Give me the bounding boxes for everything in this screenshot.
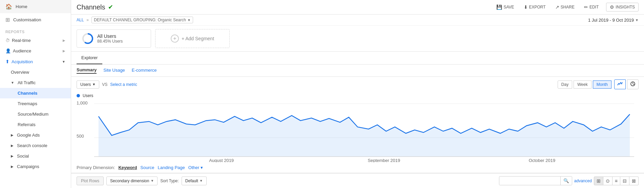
sidebar-item-home[interactable]: 🏠 Home <box>0 0 71 13</box>
svg-text:1,000: 1,000 <box>77 100 87 105</box>
edit-button[interactable]: ✏ EDIT <box>582 3 601 11</box>
topbar-actions: 💾 SAVE ⬇ EXPORT ↗ SHARE ✏ EDIT ⚙ INSIGHT… <box>494 3 639 11</box>
sidebar-item-acquisition[interactable]: ⬆ Acquisition ▼ <box>0 56 71 67</box>
sidebar-item-channels[interactable]: Channels <box>0 88 71 98</box>
primary-dim-label: Primary Dimension: <box>77 165 115 170</box>
search-button[interactable]: 🔍 <box>560 177 572 185</box>
edit-icon: ✏ <box>584 4 588 10</box>
svg-text:500: 500 <box>77 134 84 139</box>
channel-dropdown[interactable]: DEFAULT CHANNEL GROUPING: Organic Search… <box>91 17 193 23</box>
line-chart-button[interactable] <box>614 79 626 89</box>
sort-type-label: Sort Type: <box>160 179 179 183</box>
tab-explorer[interactable]: Explorer <box>77 52 102 64</box>
insights-label: INSIGHTS <box>616 5 635 9</box>
segment-info: All Users 88.45% Users <box>97 33 123 44</box>
grid-icon: ⊞ <box>5 17 10 23</box>
dim-other[interactable]: Other ▾ <box>188 165 203 170</box>
sidebar-item-referrals[interactable]: Referrals <box>0 119 71 130</box>
page-title: Channels ✔ <box>77 3 113 11</box>
pie-chart-button[interactable] <box>627 79 639 89</box>
pivot-view-button[interactable]: ⊟ <box>620 177 629 185</box>
view-buttons: ⊞ ⊙ ≡ ⊟ ⊠ <box>594 177 639 185</box>
edit-label: EDIT <box>589 5 599 9</box>
sidebar-item-realtime[interactable]: ⏱ Real-time ▶ <box>0 35 71 46</box>
all-users-segment[interactable]: All Users 88.45% Users <box>77 29 151 48</box>
advanced-link[interactable]: advanced <box>574 179 592 183</box>
chevron-right-icon-sc: ▶ <box>11 144 14 147</box>
export-icon: ⬇ <box>524 4 528 10</box>
secondary-dimension-dropdown[interactable]: Secondary dimension ▼ <box>106 177 158 185</box>
svg-line-4 <box>633 84 635 85</box>
date-range-arrow-icon: ▼ <box>635 18 639 22</box>
sidebar-item-customisation[interactable]: ⊞ Customisation <box>0 13 71 26</box>
sidebar-item-search-console[interactable]: ▶ Search console <box>0 140 71 151</box>
save-button[interactable]: 💾 SAVE <box>494 3 516 11</box>
chart-legend: Users <box>77 92 639 99</box>
treemaps-label: Treemaps <box>18 101 37 106</box>
chevron-down-icon-acq: ▼ <box>62 60 65 64</box>
dim-keyword[interactable]: Keyword <box>118 165 137 170</box>
sidebar-item-google-ads[interactable]: ▶ Google Ads <box>0 130 71 140</box>
sidebar-item-overview[interactable]: Overview <box>0 67 71 77</box>
legend-dot <box>77 94 80 97</box>
dim-source[interactable]: Source <box>140 165 154 170</box>
chevron-right-icon-camp: ▶ <box>11 165 14 168</box>
add-segment-button[interactable]: + + Add Segment <box>155 29 230 48</box>
plot-rows-button[interactable]: Plot Rows <box>77 177 104 185</box>
breadcrumb: ALL » DEFAULT CHANNEL GROUPING: Organic … <box>77 17 193 23</box>
sidebar-item-audience[interactable]: 👤 Audience ▶ <box>0 46 71 56</box>
tab-site-usage[interactable]: Site Usage <box>103 68 125 73</box>
sidebar-item-social[interactable]: ▶ Social <box>0 151 71 161</box>
month-button[interactable]: Month <box>593 80 611 89</box>
sort-dropdown[interactable]: Default ▼ <box>182 177 207 185</box>
sidebar-item-campaigns[interactable]: ▶ Campaigns <box>0 161 71 172</box>
segment-name: All Users <box>97 33 123 39</box>
tab-ecommerce[interactable]: E-commerce <box>132 68 157 73</box>
export-button[interactable]: ⬇ EXPORT <box>522 3 548 11</box>
campaigns-label: Campaigns <box>17 164 39 169</box>
save-icon: 💾 <box>496 4 502 10</box>
search-input[interactable] <box>499 177 560 185</box>
pie-view-button[interactable]: ⊙ <box>603 177 612 185</box>
add-segment-label: + Add Segment <box>182 36 214 41</box>
breadcrumb-bar: ALL » DEFAULT CHANNEL GROUPING: Organic … <box>71 15 644 26</box>
bar-view-button[interactable]: ≡ <box>612 177 620 185</box>
home-icon: 🏠 <box>5 3 12 10</box>
segment-donut-chart <box>82 32 94 45</box>
realtime-label: Real-time <box>12 38 61 43</box>
main-content: Channels ✔ 💾 SAVE ⬇ EXPORT ↗ SHARE ✏ EDI… <box>71 0 644 188</box>
dim-landing-page[interactable]: Landing Page <box>158 165 185 170</box>
bottom-right-controls: 🔍 advanced ⊞ ⊙ ≡ ⊟ ⊠ <box>499 176 639 185</box>
select-metric-link[interactable]: Select a metric <box>110 82 137 87</box>
date-range-picker[interactable]: 1 Jul 2019 - 9 Oct 2019 ▼ <box>588 18 639 23</box>
channels-label: Channels <box>18 91 38 96</box>
metric-dropdown[interactable]: Users ▼ <box>77 80 99 89</box>
chevron-right-icon-social: ▶ <box>11 154 14 158</box>
sidebar-item-source-medium[interactable]: Source/Medium <box>0 109 71 119</box>
table-view-button[interactable]: ⊞ <box>594 177 603 185</box>
sidebar-item-all-traffic[interactable]: ▼ All Traffic <box>0 77 71 88</box>
date-range-text: 1 Jul 2019 - 9 Oct 2019 <box>588 18 634 23</box>
line-chart-svg: 1,000 500 August 2019 September 2019 Oct… <box>77 99 639 162</box>
sort-arrow-icon: ▼ <box>200 179 203 183</box>
week-button[interactable]: Week <box>574 80 591 89</box>
share-button[interactable]: ↗ SHARE <box>553 3 577 11</box>
all-traffic-label: All Traffic <box>18 80 36 85</box>
tab-summary[interactable]: Summary <box>77 67 97 74</box>
insights-button[interactable]: ⚙ INSIGHTS <box>606 3 639 11</box>
breadcrumb-all-link[interactable]: ALL <box>77 18 84 22</box>
search-console-label: Search console <box>17 143 47 148</box>
sidebar-item-treemaps[interactable]: Treemaps <box>0 98 71 109</box>
extra-view-button[interactable]: ⊠ <box>629 177 639 185</box>
google-ads-label: Google Ads <box>17 133 40 138</box>
vs-label: VS <box>102 82 107 87</box>
chart-left-controls: Users ▼ VS Select a metric <box>77 80 137 89</box>
clock-icon: ⏱ <box>5 38 10 43</box>
svg-text:August 2019: August 2019 <box>209 158 234 162</box>
day-button[interactable]: Day <box>558 80 572 89</box>
add-circle-icon: + <box>171 34 179 43</box>
insights-icon: ⚙ <box>610 4 614 10</box>
legend-label: Users <box>83 93 93 98</box>
referrals-label: Referrals <box>18 122 36 127</box>
chart-area: Users 1,000 500 August 2019 September 20… <box>71 92 644 162</box>
